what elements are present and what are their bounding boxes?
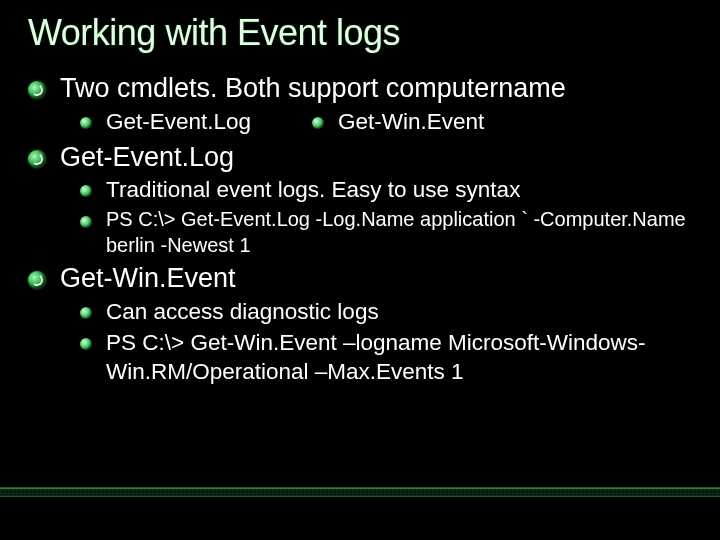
sub-row: Get-Event.Log Get-Win.Event — [28, 106, 696, 137]
bullet-level1: Get-Event.Log — [28, 141, 696, 175]
dot-bullet-icon — [80, 338, 92, 350]
bullet-level1: Two cmdlets. Both support computername — [28, 72, 696, 106]
bullet-text: Traditional event logs. Easy to use synt… — [106, 176, 520, 205]
accent-divider — [0, 488, 720, 496]
bullet-level2: Can access diagnostic logs — [80, 298, 696, 327]
bullet-text: Get-Win.Event — [60, 262, 236, 296]
bullet-text: Get-Win.Event — [338, 108, 484, 137]
bullet-text: Two cmdlets. Both support computername — [60, 72, 566, 106]
bullet-text: Get-Event.Log — [106, 108, 251, 137]
slide-title: Working with Event logs — [28, 12, 696, 54]
bullet-level2: Get-Event.Log — [80, 108, 312, 137]
bullet-text: Can access diagnostic logs — [106, 298, 379, 327]
bullet-level2: Get-Win.Event — [312, 108, 484, 137]
bullet-text: Get-Event.Log — [60, 141, 234, 175]
ring-bullet-icon — [28, 81, 46, 99]
bullet-level2: PS C:\> Get-Event.Log -Log.Name applicat… — [80, 207, 696, 258]
bullet-text: PS C:\> Get-Win.Event –logname Microsoft… — [106, 329, 666, 387]
ring-bullet-icon — [28, 271, 46, 289]
bullet-level1: Get-Win.Event — [28, 262, 696, 296]
slide: Working with Event logs Two cmdlets. Bot… — [0, 0, 720, 540]
dot-bullet-icon — [80, 216, 92, 228]
dot-bullet-icon — [312, 117, 324, 129]
dot-bullet-icon — [80, 185, 92, 197]
ring-bullet-icon — [28, 150, 46, 168]
bullet-level2: PS C:\> Get-Win.Event –logname Microsoft… — [80, 329, 696, 387]
dot-bullet-icon — [80, 307, 92, 319]
bullet-text: PS C:\> Get-Event.Log -Log.Name applicat… — [106, 207, 696, 258]
bullet-level2: Traditional event logs. Easy to use synt… — [80, 176, 696, 205]
dot-bullet-icon — [80, 117, 92, 129]
